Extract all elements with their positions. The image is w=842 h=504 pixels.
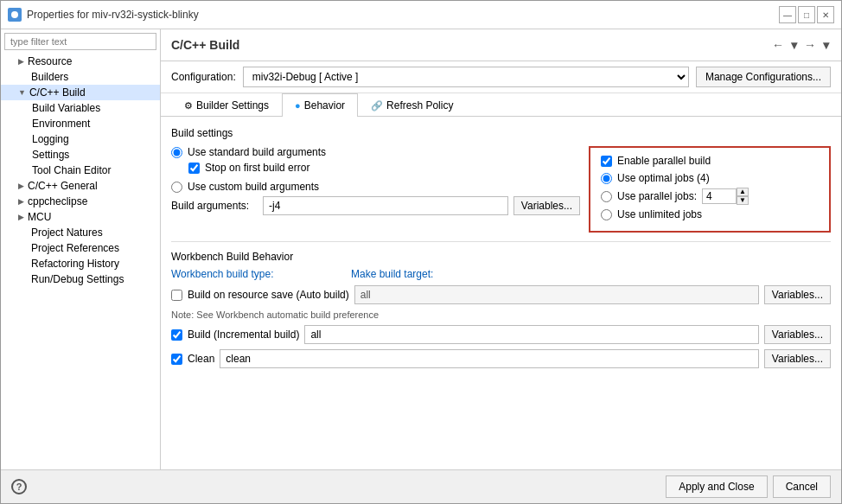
panel-title: C/C++ Build (171, 38, 239, 52)
auto-build-variables-button[interactable]: Variables... (764, 285, 831, 304)
workbench-title: Workbench Build Behavior (171, 251, 831, 263)
sidebar-item-build-variables[interactable]: Build Variables (1, 100, 160, 116)
sidebar-item-label: Run/Debug Settings (31, 273, 124, 285)
clean-input[interactable] (220, 349, 759, 368)
minimize-button[interactable]: — (779, 6, 796, 23)
filter-input[interactable] (4, 33, 156, 50)
sidebar-item-mcu[interactable]: ▶ MCU (1, 209, 160, 225)
spin-up-button[interactable]: ▲ (737, 188, 749, 196)
incremental-variables-button[interactable]: Variables... (764, 325, 831, 344)
auto-build-input[interactable] (354, 285, 759, 304)
workbench-section: Workbench Build Behavior Workbench build… (171, 251, 831, 368)
sidebar-item-label: Environment (32, 118, 90, 130)
clean-label: Clean (188, 353, 214, 365)
stop-on-error-label: Stop on first build error (205, 162, 309, 174)
use-standard-radio[interactable] (171, 147, 182, 158)
expand-icon: ▶ (18, 197, 24, 206)
use-custom-radio[interactable] (171, 182, 182, 193)
window-title: Properties for miv-rv32i-systick-blinky (27, 9, 199, 21)
forward-icon[interactable]: → (802, 36, 818, 54)
tab-refresh-policy[interactable]: 🔗 Refresh Policy (358, 93, 466, 117)
manage-configurations-button[interactable]: Manage Configurations... (696, 67, 831, 87)
sidebar-item-label: Builders (31, 71, 68, 83)
right-panel: C/C++ Build ← ▾ → ▾ Configuration: miv32… (161, 29, 841, 469)
apply-and-close-button[interactable]: Apply and Close (666, 475, 767, 498)
build-args-variables-button[interactable]: Variables... (513, 196, 580, 215)
sidebar-item-label: Settings (32, 149, 69, 161)
sidebar-item-tool-chain-editor[interactable]: Tool Chain Editor (1, 163, 160, 178)
tabs-bar: ⚙ Builder Settings ● Behavior 🔗 Refresh … (161, 93, 841, 117)
config-select[interactable]: miv32i-Debug [ Active ] (243, 67, 689, 87)
build-left: Use standard build arguments Stop on fir… (171, 146, 580, 233)
properties-window: Properties for miv-rv32i-systick-blinky … (0, 0, 842, 504)
sidebar-item-settings[interactable]: Settings (1, 147, 160, 163)
clean-variables-button[interactable]: Variables... (764, 349, 831, 368)
enable-parallel-checkbox[interactable] (601, 156, 612, 167)
sidebar-item-refactoring-history[interactable]: Refactoring History (1, 256, 160, 271)
title-bar: Properties for miv-rv32i-systick-blinky … (1, 1, 841, 29)
enable-parallel-label: Enable parallel build (617, 155, 711, 167)
sidebar-item-environment[interactable]: Environment (1, 116, 160, 131)
config-row: Configuration: miv32i-Debug [ Active ] M… (161, 61, 841, 93)
panel-nav-icons: ← ▾ → ▾ (770, 36, 831, 54)
sidebar-item-builders[interactable]: Builders (1, 69, 160, 85)
sidebar-item-label: Logging (32, 133, 69, 145)
incremental-build-input[interactable] (304, 325, 758, 344)
tab-label: Refresh Policy (386, 99, 453, 112)
back-icon[interactable]: ← (770, 36, 786, 54)
parallel-jobs-input[interactable] (702, 188, 737, 204)
sidebar-item-label: Project References (31, 242, 119, 254)
help-button[interactable]: ? (11, 479, 27, 494)
sidebar-item-cpp-general[interactable]: ▶ C/C++ General (1, 178, 160, 194)
panel-header: C/C++ Build ← ▾ → ▾ (161, 29, 841, 61)
main-content: ▶ Resource Builders ▼ C/C++ Build Build … (1, 29, 841, 469)
workbench-type-header: Workbench build type: Make build target: (171, 268, 831, 280)
clean-checkbox[interactable] (171, 354, 182, 365)
window-controls: — □ ✕ (779, 6, 834, 23)
more-icon[interactable]: ▾ (821, 36, 831, 54)
sidebar-item-label: Tool Chain Editor (32, 164, 111, 176)
builder-settings-icon: ⚙ (184, 100, 193, 112)
sidebar-item-project-references[interactable]: Project References (1, 240, 160, 256)
maximize-button[interactable]: □ (798, 6, 815, 23)
use-standard-label: Use standard build arguments (188, 146, 326, 158)
close-button[interactable]: ✕ (817, 6, 834, 23)
separator (171, 241, 831, 242)
cancel-button[interactable]: Cancel (773, 475, 831, 498)
tab-label: Behavior (304, 99, 345, 112)
workbench-type-label: Workbench build type: (171, 268, 344, 280)
sidebar: ▶ Resource Builders ▼ C/C++ Build Build … (1, 29, 161, 469)
tab-behavior[interactable]: ● Behavior (282, 93, 358, 117)
parallel-jobs-row: Use parallel jobs: ▲ ▼ (601, 188, 819, 205)
use-standard-radio-row: Use standard build arguments (171, 146, 580, 158)
sidebar-item-project-natures[interactable]: Project Natures (1, 225, 160, 240)
unlimited-jobs-radio[interactable] (601, 209, 612, 220)
parallel-jobs-radio[interactable] (601, 191, 612, 202)
bottom-bar: ? Apply and Close Cancel (1, 469, 841, 503)
config-label: Configuration: (171, 71, 236, 83)
sidebar-item-cpp-build[interactable]: ▼ C/C++ Build (1, 85, 160, 100)
incremental-build-checkbox[interactable] (171, 329, 182, 341)
spin-arrows: ▲ ▼ (737, 188, 749, 205)
note-text: Note: See Workbench automatic build pref… (171, 309, 831, 320)
panel-body: Build settings Use standard build argume… (161, 117, 841, 469)
clean-row: Clean Variables... (171, 349, 831, 368)
use-custom-radio-row: Use custom build arguments (171, 181, 580, 193)
stop-on-error-checkbox[interactable] (188, 163, 200, 174)
sidebar-item-resource[interactable]: ▶ Resource (1, 54, 160, 69)
unlimited-jobs-row: Use unlimited jobs (601, 208, 819, 220)
expand-icon: ▼ (18, 88, 26, 97)
optimal-jobs-radio[interactable] (601, 173, 612, 184)
sidebar-item-logging[interactable]: Logging (1, 131, 160, 147)
sidebar-item-label: Resource (28, 55, 72, 67)
tab-builder-settings[interactable]: ⚙ Builder Settings (171, 93, 282, 117)
dropdown-icon[interactable]: ▾ (789, 36, 799, 54)
build-args-input[interactable] (263, 196, 508, 215)
spin-down-button[interactable]: ▼ (737, 196, 749, 205)
sidebar-item-cppcheclipse[interactable]: ▶ cppcheclipse (1, 194, 160, 209)
sidebar-item-label: MCU (28, 211, 51, 223)
optimal-jobs-row: Use optimal jobs (4) (601, 172, 819, 184)
sidebar-item-run-debug-settings[interactable]: Run/Debug Settings (1, 271, 160, 287)
parallel-build-box: Enable parallel build Use optimal jobs (… (589, 146, 831, 233)
auto-build-checkbox[interactable] (171, 290, 182, 301)
